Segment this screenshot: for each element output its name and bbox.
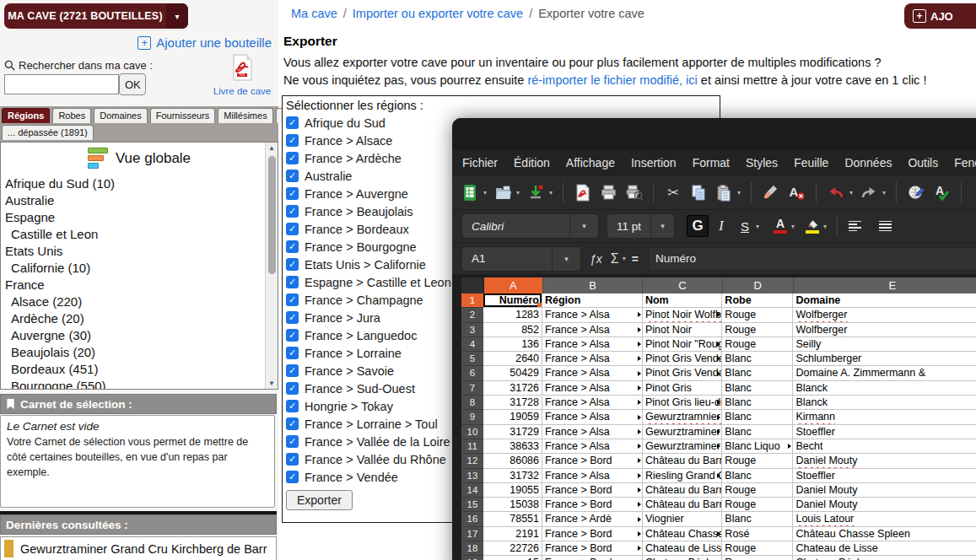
breadcrumb-item[interactable]: Importer ou exporter votre cave [353, 7, 523, 20]
row-header[interactable]: 9 [461, 410, 483, 424]
cell-e7[interactable]: Blanck [793, 381, 976, 396]
row-header[interactable]: 11 [461, 439, 483, 454]
partial-toolbar-icon[interactable] [970, 181, 976, 203]
row-header[interactable]: 15 [461, 498, 483, 512]
align-left-button[interactable] [849, 221, 861, 231]
ma-cave-button[interactable]: MA CAVE (2721 BOUTEILLES) ▾ [4, 3, 188, 29]
reimport-link[interactable]: ré-importer le fichier modifié, ici [527, 73, 697, 87]
cell-a19[interactable]: 15 [483, 556, 542, 560]
spelling-icon[interactable] [905, 181, 927, 203]
chevron-down-icon[interactable]: ▾ [849, 189, 853, 197]
menu-item[interactable]: Fenêtre [954, 156, 976, 170]
menu-item[interactable]: Données [844, 156, 892, 170]
cell-d2[interactable]: Rouge [722, 308, 793, 322]
cell-c19[interactable]: Chateau Béchere [643, 556, 722, 560]
checkbox-checked-icon[interactable]: ✓ [286, 276, 299, 288]
cell-b8[interactable]: France > Alsa [542, 396, 643, 410]
scroll-up-icon[interactable]: ▲ [266, 144, 278, 152]
menu-item[interactable]: Styles [746, 156, 778, 170]
row-header[interactable]: 3 [461, 323, 483, 337]
chevron-down-icon[interactable]: ▾ [650, 214, 674, 238]
cell-c8[interactable]: Pinot Gris lieu-dit [643, 396, 722, 410]
cell-c4[interactable]: Pinot Noir "Rouge [643, 337, 722, 352]
cell-b3[interactable]: France > Alsa [542, 323, 643, 337]
cell-e17[interactable]: Château Chasse Spleen [793, 527, 976, 541]
region-list-item[interactable]: Afrique du Sud (10) [1, 175, 278, 192]
cell-c16[interactable]: Viognier [643, 512, 722, 526]
cell-a16[interactable]: 78551 [483, 512, 542, 526]
cell-a12[interactable]: 86086 [483, 454, 542, 468]
region-list-item[interactable]: France [1, 277, 278, 293]
cell-b6[interactable]: France > Alsa [542, 366, 643, 380]
cell-d17[interactable]: Rosé [722, 527, 793, 541]
cell-a15[interactable]: 15038 [483, 498, 542, 512]
cell-e12[interactable]: Daniel Mouty [793, 454, 976, 468]
export-button[interactable]: Exporter [286, 490, 353, 510]
print-icon[interactable] [597, 181, 619, 203]
tab-r-gions[interactable]: Régions [2, 108, 50, 123]
align-center-button[interactable] [879, 221, 892, 231]
search-input[interactable] [4, 74, 119, 94]
highlight-color-button[interactable] [801, 215, 823, 237]
font-color-dropdown[interactable]: ▾ [791, 223, 795, 230]
cell-d13[interactable]: Blanc [722, 469, 793, 483]
cell-e9[interactable]: Kirmann [793, 410, 976, 424]
region-list-item[interactable]: Ardèche (20) [1, 310, 278, 327]
checkbox-checked-icon[interactable]: ✓ [286, 311, 299, 324]
checkbox-checked-icon[interactable]: ✓ [286, 329, 299, 342]
cell-a2[interactable]: 1283 [483, 308, 542, 322]
auto-spellcheck-icon[interactable]: A [930, 181, 952, 203]
tab-domaines[interactable]: Domaines [94, 108, 148, 123]
row-header[interactable]: 2 [461, 308, 483, 322]
tab-robes[interactable]: Robes [52, 108, 91, 123]
cell-e1[interactable]: Domaine [793, 293, 976, 308]
name-box[interactable]: A1 ▾ [461, 246, 581, 272]
clone-formatting-icon[interactable] [760, 181, 782, 203]
sum-dropdown[interactable]: ▾ [623, 255, 626, 262]
cell-d16[interactable]: Blanc [722, 512, 793, 526]
cell-e10[interactable]: Stoeffler [793, 425, 976, 439]
region-list-item[interactable]: Espagne [1, 209, 278, 226]
checkbox-checked-icon[interactable]: ✓ [286, 471, 299, 483]
export-pdf-icon[interactable] [572, 181, 594, 203]
cell-a8[interactable]: 31728 [483, 396, 542, 410]
scroll-down-icon[interactable]: ▼ [266, 380, 278, 387]
row-header[interactable]: 14 [461, 483, 483, 498]
cell-a18[interactable]: 22726 [483, 541, 542, 556]
cell-c10[interactable]: Gewurztraminer [643, 425, 722, 439]
cell-a7[interactable]: 31726 [483, 381, 542, 396]
cell-e5[interactable]: Schlumberger [793, 352, 976, 366]
cell-e15[interactable]: Daniel Mouty [793, 498, 976, 512]
region-list-item[interactable]: Bordeaux (451) [1, 361, 278, 378]
cell-a14[interactable]: 19055 [483, 483, 542, 498]
cell-b19[interactable]: France > Bord [542, 556, 643, 560]
menu-item[interactable]: Outils [908, 156, 938, 170]
cell-c9[interactable]: Gewurztramnier V [643, 410, 722, 424]
cell-c13[interactable]: Riesling Grand Cr [643, 469, 722, 483]
cell-c11[interactable]: Gewurztraminer [643, 439, 722, 454]
checkbox-checked-icon[interactable]: ✓ [286, 364, 299, 377]
checkbox-checked-icon[interactable]: ✓ [286, 223, 299, 235]
chevron-down-icon[interactable]: ▾ [552, 247, 580, 271]
checkbox-checked-icon[interactable]: ✓ [286, 187, 299, 200]
checkbox-checked-icon[interactable]: ✓ [286, 347, 299, 359]
global-view-link[interactable]: Vue globale [1, 148, 278, 169]
cell-d7[interactable]: Blanc [722, 381, 793, 396]
cell-d6[interactable]: Blanc [722, 366, 793, 380]
checkbox-checked-icon[interactable]: ✓ [286, 435, 299, 448]
cut-icon[interactable]: ✂ [662, 181, 684, 203]
column-header-b[interactable]: B [543, 277, 644, 293]
cell-d10[interactable]: Blanc [722, 425, 793, 439]
cell-c7[interactable]: Pinot Gris [643, 381, 722, 396]
bold-button[interactable]: G [687, 215, 709, 237]
tab-fournisseurs[interactable]: Fournisseurs [150, 108, 216, 123]
print-preview-icon[interactable] [623, 181, 644, 203]
chevron-down-icon[interactable]: ▾ [569, 214, 598, 238]
menu-item[interactable]: Format [693, 156, 730, 170]
cell-b18[interactable]: France > Bord [542, 541, 643, 556]
cell-e3[interactable]: Wolfberger [793, 323, 976, 337]
cell-d9[interactable]: Blanc [722, 410, 793, 424]
region-list-item[interactable]: Californie (10) [1, 260, 278, 277]
region-list-item[interactable]: Auvergne (30) [1, 327, 278, 344]
cell-a9[interactable]: 19059 [483, 410, 542, 424]
